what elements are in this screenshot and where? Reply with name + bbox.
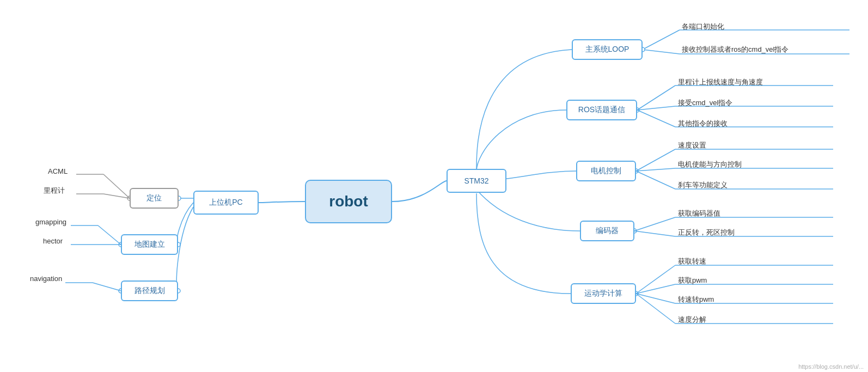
encoder-node: 编码器: [580, 221, 634, 241]
leaf-kin3: 转速转pwm: [678, 295, 714, 304]
shangweiji-label: 上位机PC: [209, 198, 242, 208]
dingwei-node: 定位: [130, 188, 179, 209]
zhuxitong-label: 主系统LOOP: [585, 45, 629, 54]
lujing-node: 路径规划: [121, 280, 178, 301]
svg-line-15: [636, 168, 675, 171]
ditu-label: 地图建立: [135, 240, 165, 249]
leaf-enc2: 正反转，死区控制: [678, 228, 735, 237]
svg-line-45: [98, 225, 121, 245]
leaf-kin1: 获取转速: [678, 257, 706, 266]
leaf-navigation: navigation: [30, 275, 62, 283]
dingwei-label: 定位: [146, 193, 162, 203]
leaf-motor2: 电机使能与方向控制: [678, 160, 742, 169]
ditu-node: 地图建立: [121, 234, 178, 255]
svg-line-50: [93, 283, 121, 291]
leaf-motor3: 刹车等功能定义: [678, 180, 728, 190]
robot-node: robot: [305, 180, 392, 223]
lujing-label: 路径规划: [135, 286, 165, 296]
mindmap-svg: [0, 0, 868, 372]
stm32-node: STM32: [447, 169, 506, 193]
leaf-lichengji: 里程计: [44, 186, 65, 196]
robot-label: robot: [329, 193, 368, 210]
watermark: https://blog.csdn.net/u/...: [798, 363, 864, 370]
svg-line-17: [636, 171, 675, 189]
leaf-enc1: 获取编码器值: [678, 209, 720, 218]
svg-line-22: [634, 231, 675, 236]
leaf-kin2: 获取pwm: [678, 276, 707, 285]
leaf-ros1: 里程计上报线速度与角速度: [678, 77, 763, 87]
svg-line-6: [637, 86, 675, 110]
leaf-kin4: 速度分解: [678, 315, 706, 325]
leaf-ros3: 其他指令的接收: [678, 119, 728, 129]
encoder-label: 编码器: [596, 226, 619, 236]
svg-line-13: [636, 149, 675, 171]
svg-line-10: [637, 110, 675, 127]
motor-ctrl-label: 电机控制: [591, 166, 621, 176]
leaf-ros2: 接受cmd_vel指令: [678, 98, 732, 108]
leaf-hector: hector: [43, 237, 63, 245]
kinematics-node: 运动学计算: [571, 283, 636, 304]
leaf-zhu2: 接收控制器或者ros的cmd_vel指令: [682, 45, 788, 54]
motor-ctrl-node: 电机控制: [576, 161, 636, 181]
kinematics-label: 运动学计算: [584, 289, 622, 298]
svg-line-20: [634, 217, 675, 231]
ros-topic-node: ROS话题通信: [566, 100, 637, 120]
shangweiji-node: 上位机PC: [193, 191, 259, 215]
leaf-motor1: 速度设置: [678, 141, 706, 150]
ros-topic-label: ROS话题通信: [578, 105, 625, 115]
zhuxitong-node: 主系统LOOP: [572, 39, 643, 60]
stm32-label: STM32: [464, 176, 488, 185]
leaf-gmapping: gmapping: [35, 218, 66, 226]
leaf-zhu1: 各端口初始化: [682, 22, 724, 32]
svg-line-0: [643, 30, 680, 50]
leaf-acml: ACML: [48, 167, 68, 175]
svg-line-2: [643, 50, 680, 54]
